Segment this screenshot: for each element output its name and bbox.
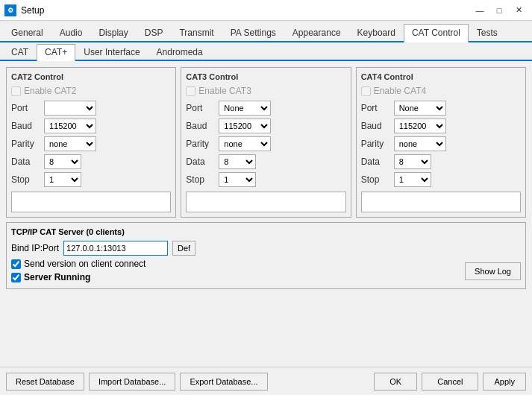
cat3-enable-checkbox[interactable]: [186, 86, 195, 96]
cat4-parity-select[interactable]: none: [394, 136, 446, 151]
send-version-label: Send version on client connect: [24, 259, 145, 269]
cat2-port-select[interactable]: [44, 101, 96, 116]
tcp-title: TCP/IP CAT Server (0 clients): [11, 227, 521, 236]
cat2-baud-label: Baud: [11, 121, 41, 131]
bind-ip-label: Bind IP:Port: [11, 243, 59, 253]
cat3-port-label: Port: [186, 103, 216, 113]
cat4-parity-label: Parity: [361, 139, 391, 149]
footer: Reset Database Import Database... Export…: [0, 367, 532, 395]
import-database-button[interactable]: Import Database...: [89, 373, 176, 391]
server-running-label: Server Running: [24, 272, 90, 282]
cat4-stop-select[interactable]: 1: [394, 172, 431, 187]
cat2-baud-select[interactable]: 115200: [44, 118, 96, 133]
cat4-data-select[interactable]: 8: [394, 154, 431, 169]
cat2-enable-checkbox[interactable]: [11, 86, 21, 96]
content-area: CAT2 Control Enable CAT2 Port Baud 11520…: [0, 61, 532, 295]
tab-appearance[interactable]: Appearance: [284, 24, 349, 41]
sub-tab-cat[interactable]: CAT: [3, 44, 37, 60]
cat2-stop-select[interactable]: 1: [44, 172, 81, 187]
maximize-button[interactable]: □: [490, 3, 508, 18]
cancel-button[interactable]: Cancel: [422, 373, 478, 391]
apply-button[interactable]: Apply: [483, 373, 526, 391]
tab-general[interactable]: General: [3, 24, 51, 41]
cat4-port-select[interactable]: None: [394, 101, 446, 116]
sub-tab-cat-plus[interactable]: CAT+: [37, 44, 75, 61]
bind-ip-input[interactable]: [63, 241, 168, 256]
cat3-enable-label: Enable CAT3: [198, 86, 251, 96]
cat3-port-select[interactable]: None: [219, 101, 271, 116]
tab-keyboard[interactable]: Keyboard: [349, 24, 404, 41]
tab-dsp[interactable]: DSP: [137, 24, 172, 41]
export-database-button[interactable]: Export Database...: [180, 373, 267, 391]
cat-panels: CAT2 Control Enable CAT2 Port Baud 11520…: [6, 67, 526, 218]
cat4-bottom-box: [361, 192, 521, 212]
cat3-data-label: Data: [186, 157, 216, 167]
cat3-panel: CAT3 Control Enable CAT3 Port None Baud …: [181, 67, 351, 218]
cat4-stop-label: Stop: [361, 174, 391, 185]
cat2-enable-label: Enable CAT2: [24, 86, 76, 96]
cat4-data-label: Data: [361, 157, 391, 167]
window-title: Setup: [21, 5, 44, 16]
cat3-data-select[interactable]: 8: [219, 154, 256, 169]
cat2-data-label: Data: [11, 157, 41, 167]
sub-tab-user-interface[interactable]: User Interface: [75, 44, 148, 60]
cat3-baud-select[interactable]: 115200: [219, 118, 271, 133]
cat3-stop-select[interactable]: 1: [219, 172, 256, 187]
send-version-checkbox[interactable]: [11, 259, 21, 269]
cat2-title: CAT2 Control: [11, 72, 171, 81]
main-tab-bar: General Audio Display DSP Transmit PA Se…: [0, 21, 532, 42]
sub-tab-bar: CAT CAT+ User Interface Andromeda: [0, 42, 532, 61]
cat3-title: CAT3 Control: [186, 72, 345, 81]
cat2-data-select[interactable]: 8: [44, 154, 81, 169]
tab-display[interactable]: Display: [90, 24, 136, 41]
cat2-stop-label: Stop: [11, 174, 41, 185]
server-running-checkbox[interactable]: [11, 273, 21, 282]
cat4-port-label: Port: [361, 103, 391, 113]
cat2-port-label: Port: [11, 103, 41, 113]
cat4-panel: CAT4 Control Enable CAT4 Port None Baud …: [356, 67, 526, 218]
tab-pa-settings[interactable]: PA Settings: [222, 24, 284, 41]
show-log-button[interactable]: Show Log: [465, 262, 521, 280]
tab-tests[interactable]: Tests: [469, 24, 506, 41]
cat2-panel: CAT2 Control Enable CAT2 Port Baud 11520…: [6, 67, 176, 218]
cat4-enable-checkbox[interactable]: [361, 86, 371, 96]
app-icon: ⚙: [4, 4, 16, 16]
sub-tab-andromeda[interactable]: Andromeda: [148, 44, 211, 60]
cat2-bottom-box: [11, 192, 171, 212]
cat4-baud-label: Baud: [361, 121, 391, 131]
cat3-parity-select[interactable]: none: [219, 136, 271, 151]
server-running-row: Server Running: [11, 272, 145, 282]
reset-database-button[interactable]: Reset Database: [6, 373, 84, 391]
tab-transmit[interactable]: Transmit: [171, 24, 222, 41]
cat3-baud-label: Baud: [186, 121, 216, 131]
tab-cat-control[interactable]: CAT Control: [404, 24, 469, 42]
cat4-enable-label: Enable CAT4: [374, 86, 426, 96]
cat3-stop-label: Stop: [186, 174, 216, 185]
cat4-title: CAT4 Control: [361, 72, 521, 81]
close-button[interactable]: ✕: [510, 3, 528, 18]
tcp-section: TCP/IP CAT Server (0 clients) Bind IP:Po…: [6, 222, 526, 289]
cat4-baud-select[interactable]: 115200: [394, 118, 446, 133]
def-button[interactable]: Def: [172, 241, 195, 256]
cat3-parity-label: Parity: [186, 139, 216, 149]
cat3-bottom-box: [186, 192, 345, 212]
cat2-parity-label: Parity: [11, 139, 41, 149]
tab-audio[interactable]: Audio: [51, 24, 91, 41]
ok-button[interactable]: OK: [374, 373, 417, 391]
minimize-button[interactable]: —: [471, 3, 489, 18]
send-version-row: Send version on client connect: [11, 259, 145, 269]
title-bar: ⚙ Setup — □ ✕: [0, 0, 532, 21]
cat2-parity-select[interactable]: none: [44, 136, 96, 151]
